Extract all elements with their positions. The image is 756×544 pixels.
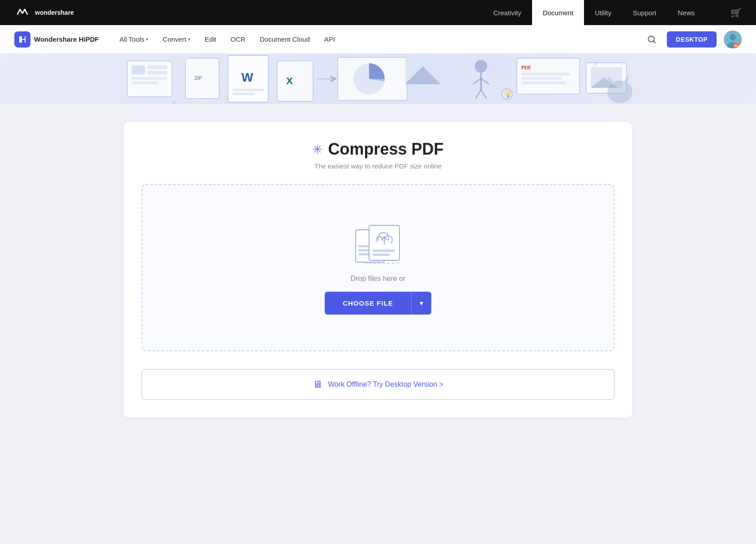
svg-point-24	[475, 60, 487, 73]
hipdf-brand-logo[interactable]: Wondershare HiPDF	[14, 31, 99, 47]
brand-name: Wondershare HiPDF	[34, 35, 99, 43]
svg-point-40	[607, 81, 632, 103]
pro-badge: Pro	[733, 43, 742, 48]
second-nav-right: DESKTOP Pro	[644, 30, 742, 48]
svg-rect-16	[232, 89, 264, 91]
svg-rect-35	[521, 77, 562, 80]
main-content: ✳ Compress PDF The easiest way to reduce…	[109, 104, 647, 436]
hipdf-icon	[14, 31, 30, 47]
svg-rect-54	[373, 254, 390, 256]
compress-card: ✳ Compress PDF The easiest way to reduce…	[124, 122, 632, 418]
hero-illustration: ZIP W X 💡	[109, 54, 647, 104]
offline-text: Work Offline? Try Desktop Version >	[328, 380, 443, 389]
desktop-button[interactable]: DESKTOP	[667, 31, 717, 47]
choose-file-group: CHOOSE FILE ▾	[325, 292, 431, 315]
svg-text:💡: 💡	[504, 91, 512, 98]
svg-line-27	[481, 78, 489, 84]
nav-api[interactable]: API	[318, 32, 341, 47]
hero-banner: ZIP W X 💡	[0, 54, 756, 104]
top-navigation: wondershare Creativity Document Utility …	[0, 0, 756, 25]
top-nav-news[interactable]: News	[667, 0, 705, 25]
drop-text: Drop files here or	[351, 275, 406, 283]
svg-rect-36	[521, 82, 566, 84]
avatar[interactable]: Pro	[724, 30, 742, 48]
drop-zone[interactable]: Drop files here or CHOOSE FILE ▾	[142, 184, 614, 351]
svg-rect-17	[232, 93, 255, 95]
svg-rect-7	[132, 65, 145, 74]
svg-line-28	[476, 90, 481, 99]
top-nav-support[interactable]: Support	[622, 0, 667, 25]
chevron-down-icon: ▾	[146, 37, 148, 42]
search-icon[interactable]	[644, 31, 660, 47]
nav-convert[interactable]: Convert ▾	[156, 32, 197, 47]
svg-line-29	[481, 90, 486, 99]
svg-rect-34	[521, 73, 571, 75]
svg-rect-32	[517, 58, 580, 94]
svg-text:PDF: PDF	[521, 65, 531, 70]
offline-banner[interactable]: 🖥 Work Offline? Try Desktop Version >	[142, 369, 614, 400]
choose-file-button[interactable]: CHOOSE FILE	[325, 292, 411, 315]
svg-rect-11	[132, 82, 159, 84]
svg-rect-9	[147, 71, 167, 74]
compress-subtitle: The easiest way to reduce PDF size onlin…	[142, 162, 614, 170]
compress-icon: ✳	[312, 142, 322, 157]
svg-rect-18	[277, 61, 313, 101]
nav-document-cloud[interactable]: Document Cloud	[253, 32, 316, 47]
svg-line-26	[473, 78, 481, 84]
nav-ocr[interactable]: OCR	[224, 32, 252, 47]
top-nav-creativity[interactable]: Creativity	[482, 0, 532, 25]
chevron-down-icon: ▾	[188, 37, 190, 42]
top-nav-links: Creativity Document Utility Support News	[482, 0, 705, 25]
svg-rect-53	[373, 250, 395, 252]
compress-title-section: ✳ Compress PDF	[142, 140, 614, 159]
chevron-down-icon: ▾	[420, 299, 423, 307]
svg-rect-10	[132, 77, 167, 80]
svg-rect-8	[147, 65, 167, 69]
second-navigation: Wondershare HiPDF All Tools ▾ Convert ▾ …	[0, 25, 756, 54]
svg-rect-12	[185, 58, 219, 99]
nav-edit[interactable]: Edit	[198, 32, 223, 47]
svg-text:X: X	[286, 75, 293, 86]
top-nav-document[interactable]: Document	[532, 0, 584, 25]
cart-icon[interactable]: 🛒	[730, 7, 742, 18]
second-nav-links: All Tools ▾ Convert ▾ Edit OCR Document …	[113, 32, 640, 47]
choose-file-dropdown-button[interactable]: ▾	[411, 292, 431, 315]
svg-text:W: W	[241, 70, 253, 84]
svg-point-4	[730, 34, 736, 40]
wondershare-logo[interactable]: wondershare	[14, 4, 74, 21]
top-nav-utility[interactable]: Utility	[584, 0, 622, 25]
nav-all-tools[interactable]: All Tools ▾	[113, 32, 155, 47]
svg-text:ZIP: ZIP	[194, 75, 202, 81]
page-title: Compress PDF	[328, 140, 443, 159]
monitor-icon: 🖥	[313, 379, 322, 390]
upload-icon	[351, 221, 405, 266]
